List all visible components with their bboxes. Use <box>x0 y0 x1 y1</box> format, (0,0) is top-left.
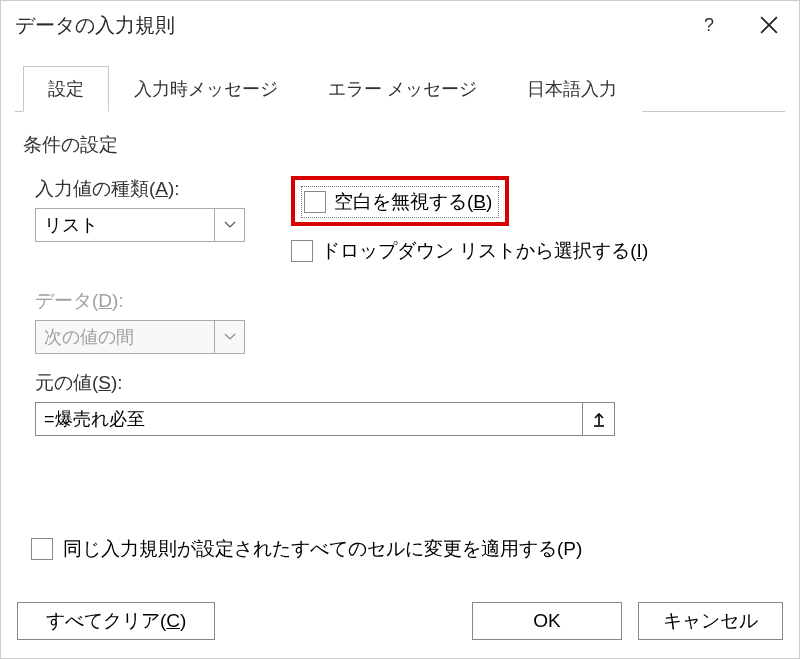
content-area: 設定 入力時メッセージ エラー メッセージ 日本語入力 条件の設定 入力値の種類… <box>1 49 799 588</box>
tab-settings[interactable]: 設定 <box>23 66 109 112</box>
ignore-blank-label: 空白を無視する(B) <box>334 189 492 215</box>
data-value: 次の値の間 <box>36 325 214 349</box>
allow-value: リスト <box>36 213 214 237</box>
ok-button[interactable]: OK <box>472 602 622 640</box>
highlight-annotation: 空白を無視する(B) <box>291 176 509 226</box>
chevron-down-icon <box>214 320 244 354</box>
close-icon <box>760 16 778 34</box>
source-input[interactable]: =爆売れ必至 <box>35 402 615 436</box>
apply-all-check[interactable]: 同じ入力規則が設定されたすべてのセルに変更を適用する(P) <box>23 536 777 562</box>
cancel-button[interactable]: キャンセル <box>638 602 783 640</box>
range-picker-button[interactable] <box>582 402 614 436</box>
allow-dropdown[interactable]: リスト <box>35 208 245 242</box>
clear-all-button[interactable]: すべてクリア(C) <box>17 602 215 640</box>
chevron-down-icon <box>214 208 244 242</box>
apply-all-label: 同じ入力規則が設定されたすべてのセルに変更を適用する(P) <box>63 536 582 562</box>
tab-error-alert[interactable]: エラー メッセージ <box>303 66 502 112</box>
in-cell-dropdown-checkbox[interactable] <box>291 240 313 262</box>
tab-strip: 設定 入力時メッセージ エラー メッセージ 日本語入力 <box>15 65 785 112</box>
footer: すべてクリア(C) OK キャンセル <box>1 588 799 658</box>
in-cell-dropdown-label: ドロップダウン リストから選択する(I) <box>321 238 648 264</box>
inner-area: 入力値の種類(A): リスト 空白を無視する(B) <box>23 176 777 436</box>
tab-input-message[interactable]: 入力時メッセージ <box>109 66 303 112</box>
data-dropdown: 次の値の間 <box>35 320 245 354</box>
ignore-blank-check[interactable]: 空白を無視する(B) <box>301 186 499 218</box>
data-label: データ(D): <box>35 288 275 314</box>
data-validation-dialog: データの入力規則 ? 設定 入力時メッセージ エラー メッセージ 日本語入力 条… <box>0 0 800 659</box>
source-label: 元の値(S): <box>35 370 777 396</box>
allow-label: 入力値の種類(A): <box>35 176 275 202</box>
help-button[interactable]: ? <box>679 1 739 49</box>
tab-ime-mode[interactable]: 日本語入力 <box>502 66 642 112</box>
close-button[interactable] <box>739 1 799 49</box>
source-value: =爆売れ必至 <box>36 407 582 431</box>
in-cell-dropdown-check[interactable]: ドロップダウン リストから選択する(I) <box>291 238 777 264</box>
criteria-label: 条件の設定 <box>23 132 777 158</box>
ignore-blank-checkbox[interactable] <box>304 191 326 213</box>
titlebar: データの入力規則 ? <box>1 1 799 49</box>
dialog-title: データの入力規則 <box>15 12 679 39</box>
tab-body: 条件の設定 入力値の種類(A): リスト <box>15 112 785 588</box>
collapse-dialog-icon <box>592 411 606 427</box>
apply-all-checkbox[interactable] <box>31 538 53 560</box>
